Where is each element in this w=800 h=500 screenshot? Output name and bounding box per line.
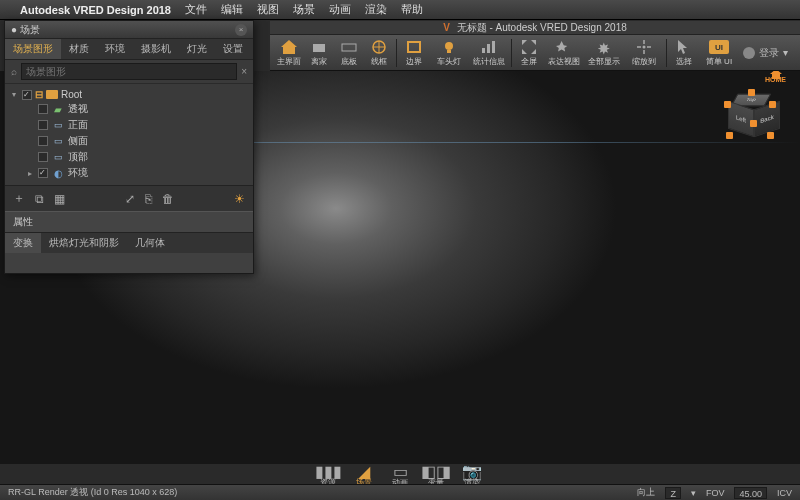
icv-label: ICV — [777, 488, 792, 498]
menu-help[interactable]: 帮助 — [401, 2, 423, 17]
camera-icon: ▰ — [51, 103, 65, 115]
tool-zoom-to[interactable]: 缩放到 — [624, 39, 664, 67]
svg-point-9 — [643, 45, 646, 48]
tool-fullscreen[interactable]: 全屏 — [514, 39, 544, 67]
tool-stats[interactable]: 统计信息 — [469, 39, 509, 67]
tool-headlight[interactable]: 车头灯 — [429, 39, 469, 67]
tab-material[interactable]: 材质 — [61, 39, 97, 59]
properties-header: 属性 — [5, 211, 253, 233]
tab-camera[interactable]: 摄影机 — [133, 39, 179, 59]
visibility-checkbox[interactable] — [38, 152, 48, 162]
node-label: Root — [61, 89, 82, 100]
node-label: 侧面 — [68, 134, 88, 148]
panel-header[interactable]: ● 场景 × — [5, 21, 253, 39]
clear-search-button[interactable]: × — [241, 66, 247, 77]
app-title: Autodesk VRED Design 2018 — [20, 4, 171, 16]
tool-home[interactable]: 主界面 — [274, 39, 304, 67]
tool-select[interactable]: 选择 — [669, 39, 699, 67]
menu-edit[interactable]: 编辑 — [221, 2, 243, 17]
panel-title: 场景 — [20, 23, 40, 37]
tab-light[interactable]: 灯光 — [179, 39, 215, 59]
panel-tabs: 场景图形 材质 环境 摄影机 灯光 设置 — [5, 39, 253, 60]
view-icon: ▭ — [51, 135, 65, 147]
prop-tab-bake[interactable]: 烘焙灯光和阴影 — [41, 233, 127, 253]
bottom-scene[interactable]: ◢场景 — [347, 465, 381, 483]
copy-button[interactable]: ⎘ — [145, 192, 152, 206]
menu-render[interactable]: 渲染 — [365, 2, 387, 17]
svg-rect-1 — [342, 44, 356, 51]
svg-text:UI: UI — [715, 43, 723, 52]
tool-baseplate[interactable]: 底板 — [334, 39, 364, 67]
prop-tab-geometry[interactable]: 几何体 — [127, 233, 173, 253]
visibility-checkbox[interactable] — [38, 104, 48, 114]
chevron-down-icon: ▾ — [783, 47, 788, 58]
node-label: 环境 — [68, 166, 88, 180]
tree-node-env[interactable]: ▸ ◐ 环境 — [7, 165, 251, 181]
duplicate-button[interactable]: ⧉ — [35, 192, 44, 206]
close-button[interactable]: × — [235, 24, 247, 36]
document-title-bar: V 无标题 - Autodesk VRED Design 2018 — [270, 21, 800, 35]
sun-icon[interactable]: ☀ — [234, 192, 245, 206]
svg-rect-0 — [313, 44, 325, 52]
visibility-checkbox[interactable] — [38, 168, 48, 178]
group-button[interactable]: ▦ — [54, 192, 65, 206]
tool-away[interactable]: 离家 — [304, 39, 334, 67]
cube-corner[interactable] — [748, 89, 755, 96]
search-input[interactable] — [21, 63, 237, 80]
fov-input[interactable]: 45.00 — [734, 487, 767, 499]
cube-corner[interactable] — [750, 120, 757, 127]
bottom-assets[interactable]: ▮▮▮资源 — [311, 465, 345, 483]
tree-node-side[interactable]: ▭ 侧面 — [7, 133, 251, 149]
tool-express-view[interactable]: 表达视图 — [544, 39, 584, 67]
folder-icon — [46, 90, 58, 99]
tool-wireframe[interactable]: 线框 — [364, 39, 394, 67]
add-button[interactable]: ＋ — [13, 190, 25, 207]
bottom-render[interactable]: 📷渲染 — [455, 465, 489, 483]
tree-node-top[interactable]: ▭ 顶部 — [7, 149, 251, 165]
svg-rect-8 — [492, 41, 495, 53]
delete-button[interactable]: 🗑 — [162, 192, 174, 206]
visibility-checkbox[interactable] — [38, 136, 48, 146]
expand-icon[interactable]: ▸ — [25, 169, 35, 178]
prop-tab-transform[interactable]: 变换 — [5, 233, 41, 253]
visibility-checkbox[interactable] — [38, 120, 48, 130]
home-label[interactable]: HOME — [765, 76, 786, 83]
menu-scene[interactable]: 场景 — [293, 2, 315, 17]
tool-boundary[interactable]: 边界 — [399, 39, 429, 67]
bottom-variant[interactable]: ◧◨变量 — [419, 465, 453, 483]
up-axis-select[interactable]: Z — [665, 487, 681, 499]
status-bar: RR-GL Render 透视 (Id 0 Res 1040 x 628) 向上… — [0, 484, 800, 500]
tree-node-root[interactable]: ▾ ⊟ Root — [7, 88, 251, 101]
menu-view[interactable]: 视图 — [257, 2, 279, 17]
node-label: 正面 — [68, 118, 88, 132]
login-button[interactable]: 登录 ▾ — [743, 46, 796, 60]
view-icon: ▭ — [51, 151, 65, 163]
chevron-down-icon[interactable]: ▾ — [691, 488, 696, 498]
search-bar: ⌕ × — [5, 60, 253, 84]
bottom-anim[interactable]: ▭动画 — [383, 465, 417, 483]
tree-node-front[interactable]: ▭ 正面 — [7, 117, 251, 133]
cube-corner[interactable] — [726, 132, 733, 139]
svg-rect-5 — [447, 50, 451, 53]
tool-show-all[interactable]: 全部显示 — [584, 39, 624, 67]
cube-corner[interactable] — [769, 101, 776, 108]
root-bar-icon: ⊟ — [35, 89, 43, 100]
tab-environment[interactable]: 环境 — [97, 39, 133, 59]
avatar-icon — [743, 47, 755, 59]
environment-icon: ◐ — [51, 167, 65, 179]
tab-settings[interactable]: 设置 — [215, 39, 251, 59]
menu-file[interactable]: 文件 — [185, 2, 207, 17]
axis-button[interactable]: ⤢ — [125, 192, 135, 206]
svg-rect-3 — [408, 42, 420, 52]
view-cube[interactable]: HOME Top Left Back — [724, 89, 776, 141]
tab-scenegraph[interactable]: 场景图形 — [5, 39, 61, 59]
tree-node-persp[interactable]: ▰ 透视 — [7, 101, 251, 117]
expand-icon[interactable]: ▾ — [9, 90, 19, 99]
home-icon[interactable] — [770, 71, 782, 75]
menu-anim[interactable]: 动画 — [329, 2, 351, 17]
tool-simple-ui[interactable]: UI简单 UI — [699, 39, 739, 67]
scene-tree: ▾ ⊟ Root ▰ 透视 ▭ 正面 ▭ 侧面 ▭ 顶部 ▸ ◐ — [5, 84, 253, 185]
visibility-checkbox[interactable] — [22, 90, 32, 100]
cube-corner[interactable] — [724, 101, 731, 108]
cube-corner[interactable] — [767, 132, 774, 139]
